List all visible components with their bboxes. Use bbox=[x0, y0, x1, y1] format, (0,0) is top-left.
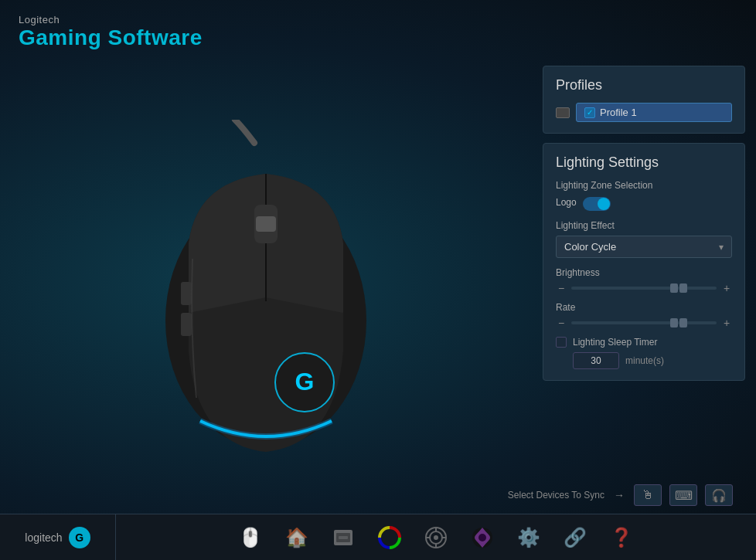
nav-home-button[interactable]: 🏠 bbox=[283, 524, 311, 552]
profile-item[interactable]: Profile 1 bbox=[576, 103, 732, 122]
sleep-timer-checkbox[interactable] bbox=[556, 337, 567, 348]
rate-slider-thumb bbox=[670, 318, 678, 328]
effect-dropdown[interactable]: Color Cycle ▾ bbox=[556, 236, 732, 258]
svg-rect-5 bbox=[181, 313, 192, 336]
sleep-timer-unit: minute(s) bbox=[625, 355, 664, 366]
sync-mouse-icon[interactable]: 🖱 bbox=[634, 484, 662, 506]
main-content: G Profiles Profile 1 Lighting Se bbox=[0, 58, 756, 506]
header: Logitech Gaming Software bbox=[0, 0, 756, 58]
mouse-image: G bbox=[135, 120, 397, 460]
rate-section: Rate − + bbox=[556, 302, 732, 329]
bottom-nav: logitech G 🖱️ 🏠 bbox=[0, 514, 756, 560]
nav-pattern-button[interactable] bbox=[468, 524, 496, 552]
rate-slider-thumb2 bbox=[679, 318, 687, 328]
sleep-timer-label: Lighting Sleep Timer bbox=[573, 337, 657, 348]
rate-decrease-button[interactable]: − bbox=[556, 317, 567, 329]
brightness-slider-thumb-area bbox=[670, 283, 687, 293]
profile-file-icon bbox=[556, 107, 570, 118]
sync-arrow-icon: → bbox=[614, 489, 625, 501]
logo-toggle-row: Logo bbox=[556, 197, 732, 211]
nav-spectrum-button[interactable] bbox=[376, 524, 404, 552]
brightness-slider-thumb2 bbox=[679, 283, 687, 293]
brightness-label: Brightness bbox=[556, 267, 732, 278]
rate-slider-row: − + bbox=[556, 317, 732, 329]
brand-logitech: Logitech bbox=[19, 14, 737, 25]
sleep-timer-row: Lighting Sleep Timer bbox=[556, 337, 732, 348]
right-panel: Profiles Profile 1 Lighting Settings Lig… bbox=[532, 58, 756, 506]
brand-logo-area: logitech G bbox=[0, 514, 116, 560]
help-icon: ❓ bbox=[608, 524, 635, 552]
rate-slider-track[interactable] bbox=[571, 321, 717, 324]
mouse-area: G bbox=[0, 58, 532, 506]
pattern-icon bbox=[468, 524, 496, 552]
sync-bar: Select Devices To Sync → 🖱 ⌨ 🎧 bbox=[0, 477, 756, 514]
brightness-decrease-button[interactable]: − bbox=[556, 282, 567, 294]
profile-row: Profile 1 bbox=[556, 103, 732, 122]
brightness-section: Brightness − + bbox=[556, 267, 732, 294]
sync-keyboard-icon[interactable]: ⌨ bbox=[669, 484, 697, 506]
svg-text:G: G bbox=[295, 368, 315, 395]
nav-help-button[interactable]: ❓ bbox=[608, 524, 635, 552]
rate-increase-button[interactable]: + bbox=[721, 317, 732, 329]
svg-rect-4 bbox=[181, 282, 192, 305]
share-icon: 🔗 bbox=[561, 524, 589, 552]
memory-icon bbox=[329, 524, 357, 552]
nav-icons-bar: 🖱️ 🏠 ⚙️ 🔗 bbox=[116, 524, 756, 552]
brightness-slider-row: − + bbox=[556, 282, 732, 294]
lighting-panel: Lighting Settings Lighting Zone Selectio… bbox=[543, 143, 745, 381]
sync-label: Select Devices To Sync bbox=[508, 490, 604, 501]
logo-toggle-switch[interactable] bbox=[583, 197, 611, 211]
lighting-title: Lighting Settings bbox=[556, 154, 732, 171]
svg-point-14 bbox=[434, 535, 438, 540]
brightness-slider-thumb bbox=[670, 283, 678, 293]
logo-zone-label: Logo bbox=[556, 197, 577, 208]
effect-dropdown-value: Color Cycle bbox=[564, 241, 616, 253]
profiles-panel: Profiles Profile 1 bbox=[543, 66, 745, 134]
target-icon bbox=[422, 524, 450, 552]
home-icon: 🏠 bbox=[283, 524, 311, 552]
sync-icons-group: 🖱 ⌨ 🎧 bbox=[634, 484, 733, 506]
sleep-timer-input[interactable] bbox=[573, 352, 619, 369]
nav-share-button[interactable]: 🔗 bbox=[561, 524, 589, 552]
mouse-icon: 🖱️ bbox=[237, 524, 264, 552]
nav-mouse-button[interactable]: 🖱️ bbox=[237, 524, 264, 552]
profiles-title: Profiles bbox=[556, 77, 732, 93]
svg-rect-3 bbox=[256, 216, 276, 232]
spectrum-icon bbox=[376, 524, 404, 552]
sleep-input-row: minute(s) bbox=[556, 352, 732, 369]
effect-label: Lighting Effect bbox=[556, 220, 732, 231]
logitech-g-logo: G bbox=[69, 527, 90, 548]
app-title: Gaming Software bbox=[19, 25, 737, 50]
brightness-slider-track[interactable] bbox=[571, 287, 717, 290]
settings-icon: ⚙️ bbox=[515, 524, 543, 552]
svg-rect-10 bbox=[339, 536, 348, 539]
svg-point-20 bbox=[478, 534, 486, 541]
brightness-increase-button[interactable]: + bbox=[721, 282, 732, 294]
chevron-down-icon: ▾ bbox=[719, 242, 724, 253]
rate-label: Rate bbox=[556, 302, 732, 313]
toggle-knob bbox=[598, 198, 610, 210]
brand-logo-text: logitech bbox=[25, 531, 62, 544]
profile-checkbox[interactable] bbox=[584, 107, 595, 118]
sync-headset-icon[interactable]: 🎧 bbox=[705, 484, 733, 506]
rate-slider-thumb-area bbox=[670, 318, 687, 328]
profile-name: Profile 1 bbox=[600, 107, 637, 118]
nav-settings-button[interactable]: ⚙️ bbox=[515, 524, 543, 552]
nav-memory-button[interactable] bbox=[329, 524, 357, 552]
zone-section-label: Lighting Zone Selection bbox=[556, 180, 732, 191]
nav-target-button[interactable] bbox=[422, 524, 450, 552]
